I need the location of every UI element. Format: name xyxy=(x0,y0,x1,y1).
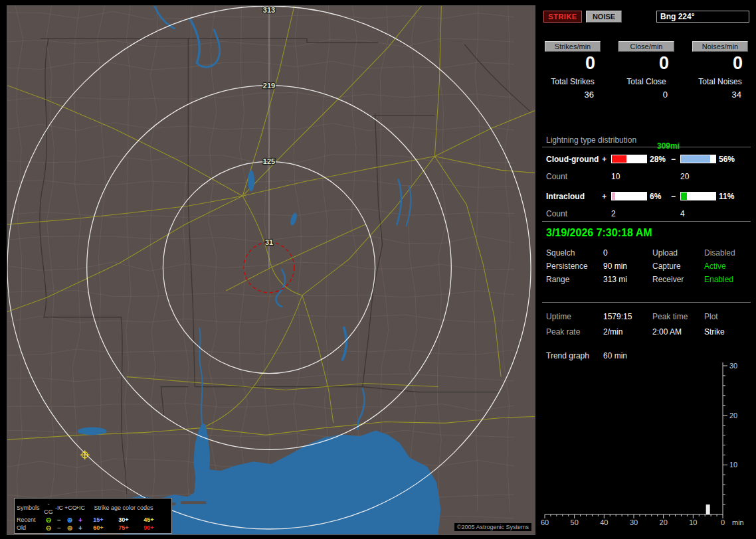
lightning-map[interactable]: 313 219 125 31 Symbols -CG -IC +CG +IC xyxy=(7,5,535,535)
minus-sign: − xyxy=(671,192,680,201)
noises-per-min-value: 0 xyxy=(692,53,748,73)
svg-text:30: 30 xyxy=(729,362,737,370)
legend-recent-row: Recent ⊖ − ⊕ + 15+ 30+ 45+ xyxy=(17,516,169,524)
ic-negative-count: 4 xyxy=(680,209,716,218)
status-sidebar: STRIKE NOISE Bng 224° 309mi Strikes/min … xyxy=(542,5,751,535)
trend-graph-row: Trend graph 60 min xyxy=(542,351,751,360)
neg-cg-recent-icon: ⊖ xyxy=(43,516,54,524)
intracloud-label: Intracloud xyxy=(546,192,602,201)
total-strikes-label: Total Strikes xyxy=(545,77,601,86)
cg-negative-bar xyxy=(680,155,716,163)
noises-per-min-header[interactable]: Noises/min xyxy=(692,41,748,52)
ic-positive-bar xyxy=(611,192,647,200)
svg-text:40: 40 xyxy=(600,518,608,526)
legend-col-pos-ic: +IC xyxy=(75,504,86,512)
legend-age-header: Strike age color codes xyxy=(86,504,161,512)
age-code-75: 75+ xyxy=(111,524,136,532)
cg-negative-pct: 56% xyxy=(716,155,751,164)
pos-cg-old-icon: ⊕ xyxy=(64,524,75,532)
total-strikes-value: 36 xyxy=(545,90,601,100)
current-datetime: 3/19/2026 7:30:18 AM xyxy=(542,227,751,239)
svg-text:10: 10 xyxy=(729,461,737,469)
capture-status: Active xyxy=(704,260,751,273)
age-code-45: 45+ xyxy=(136,516,161,524)
cg-negative-count: 20 xyxy=(680,172,716,181)
range-label: Range xyxy=(546,273,603,286)
uptime-label: Uptime xyxy=(546,309,603,325)
svg-text:10: 10 xyxy=(689,518,697,526)
cloud-ground-label: Cloud-ground xyxy=(546,155,602,164)
bearing-value: Bng 224° xyxy=(660,12,694,21)
capture-label: Capture xyxy=(652,260,704,273)
age-code-90: 90+ xyxy=(136,524,161,532)
session-info-section: Uptime 1579:15 Peak time Plot Peak rate … xyxy=(542,302,751,360)
plot-label: Plot xyxy=(704,309,751,325)
legend-col-neg-ic: -IC xyxy=(54,504,64,512)
legend-col-pos-cg: +CG xyxy=(64,504,75,512)
legend-header-row: Symbols -CG -IC +CG +IC Strike age color… xyxy=(17,500,169,516)
ic-positive-count: 2 xyxy=(611,209,647,218)
ring-label-31: 31 xyxy=(265,238,273,246)
minus-sign: − xyxy=(671,155,680,164)
cg-positive-bar xyxy=(611,155,647,163)
ring-label-219: 219 xyxy=(263,82,275,90)
upload-label: Upload xyxy=(652,246,704,260)
squelch-label: Squelch xyxy=(546,246,603,260)
noises-per-min-column: Noises/min 0 Total Noises 34 xyxy=(692,41,748,100)
count-label: Count xyxy=(546,172,602,181)
strikes-per-min-column: Strikes/min 0 Total Strikes 36 xyxy=(545,41,601,100)
status-row-range: Range 313 mi Receiver Enabled xyxy=(542,273,751,286)
strikes-per-min-value: 0 xyxy=(545,53,601,73)
info-row-uptime: Uptime 1579:15 Peak time Plot xyxy=(542,309,751,325)
ic-negative-bar xyxy=(680,192,716,200)
lightning-type-distribution: Lightning type distribution Cloud-ground… xyxy=(542,135,751,219)
plot-value: Strike xyxy=(704,325,751,340)
pos-ic-old-icon: + xyxy=(75,524,86,532)
last-strike-bearing-box: Bng 224° 309mi xyxy=(656,11,749,23)
status-row-squelch: Squelch 0 Upload Disabled xyxy=(542,246,751,260)
copyright-notice: ©2005 Astrogenic Systems xyxy=(454,523,531,531)
trend-graph-canvas: 3020106050403020100min xyxy=(542,360,751,533)
ic-negative-pct: 11% xyxy=(716,192,751,201)
noise-mode-button[interactable]: NOISE xyxy=(586,11,622,23)
upload-status: Disabled xyxy=(704,246,751,260)
neg-cg-old-icon: ⊖ xyxy=(43,524,54,532)
legend-col-neg-cg: -CG xyxy=(43,500,54,516)
info-row-peak-rate: Peak rate 2/min 2:00 AM Strike xyxy=(542,325,751,340)
close-per-min-column: Close/min 0 Total Close 0 xyxy=(618,41,674,100)
svg-text:0: 0 xyxy=(721,518,725,526)
distribution-title: Lightning type distribution xyxy=(542,135,751,147)
svg-text:20: 20 xyxy=(660,518,668,526)
age-code-15: 15+ xyxy=(86,516,111,524)
cloud-ground-count-row: Count 10 20 xyxy=(542,171,751,182)
total-noises-label: Total Noises xyxy=(692,77,748,86)
age-code-60: 60+ xyxy=(86,524,111,532)
ring-label-313: 313 xyxy=(263,6,275,14)
strikes-per-min-header[interactable]: Strikes/min xyxy=(545,41,601,52)
receiver-label: Receiver xyxy=(652,273,704,286)
legend-symbols-header: Symbols xyxy=(17,504,43,512)
strike-mode-button[interactable]: STRIKE xyxy=(543,11,582,23)
legend-row-label: Old xyxy=(17,524,43,532)
ic-positive-pct: 6% xyxy=(647,192,671,201)
persistence-label: Persistence xyxy=(546,260,603,273)
close-per-min-header[interactable]: Close/min xyxy=(618,41,674,52)
pos-ic-recent-icon: + xyxy=(75,516,86,524)
neg-ic-old-icon: − xyxy=(54,524,64,532)
uptime-value: 1579:15 xyxy=(603,309,652,325)
total-close-value: 0 xyxy=(618,90,674,100)
legend-old-row: Old ⊖ − ⊕ + 60+ 75+ 90+ xyxy=(17,524,169,532)
peak-time-value: 2:00 AM xyxy=(652,325,704,340)
trend-graph-chart: 3020106050403020100min xyxy=(542,360,751,533)
cg-positive-pct: 28% xyxy=(647,155,671,164)
app-window: 313 219 125 31 Symbols -CG -IC +CG +IC xyxy=(0,0,756,539)
cloud-ground-row: Cloud-ground + 28% − 56% xyxy=(542,153,751,165)
plus-sign: + xyxy=(602,192,611,201)
svg-text:60: 60 xyxy=(541,518,549,526)
svg-text:min: min xyxy=(732,518,744,526)
range-value: 313 mi xyxy=(603,273,652,286)
count-label: Count xyxy=(546,209,602,218)
receiver-status-section: 3/19/2026 7:30:18 AM Squelch 0 Upload Di… xyxy=(542,221,751,286)
intracloud-count-row: Count 2 4 xyxy=(542,208,751,219)
receiver-status: Enabled xyxy=(704,273,751,286)
